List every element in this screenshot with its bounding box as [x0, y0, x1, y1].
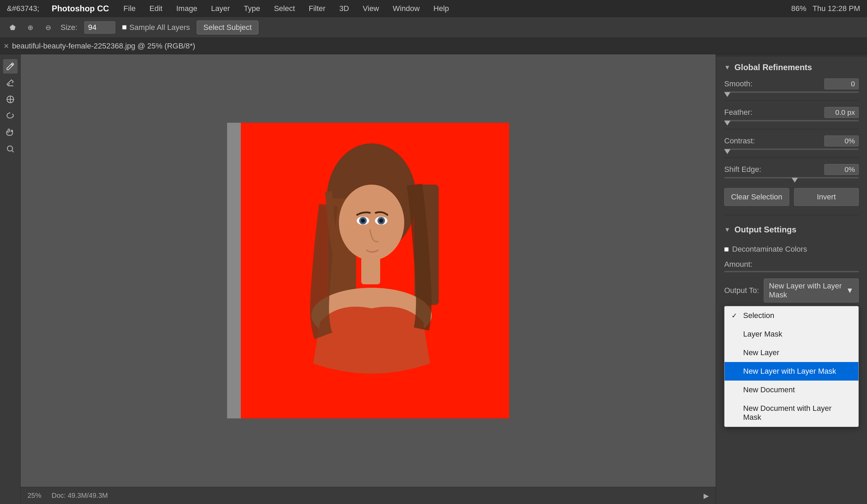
contrast-value[interactable]	[824, 135, 859, 146]
menu-layer[interactable]: Layer	[209, 3, 232, 14]
amount-row: Amount:	[716, 257, 867, 275]
app-name: Photoshop CC	[52, 4, 109, 13]
add-selection-icon[interactable]: ⊕	[25, 22, 36, 33]
clear-invert-row: Clear Selection Invert	[716, 183, 867, 211]
output-to-dropdown[interactable]: New Layer with Layer Mask ▼	[764, 278, 859, 303]
shift-edge-thumb[interactable]	[792, 178, 798, 183]
feather-label: Feather:	[724, 108, 752, 117]
menu-view[interactable]: View	[361, 3, 381, 14]
clear-selection-button[interactable]: Clear Selection	[724, 188, 789, 206]
svg-point-15	[379, 219, 383, 223]
smooth-value[interactable]	[824, 78, 859, 89]
decontaminate-checkbox[interactable]	[724, 247, 729, 252]
dropdown-item-new-doc[interactable]: New Document	[725, 381, 858, 399]
tool-hand[interactable]	[3, 125, 18, 140]
decontaminate-row: Decontaminate Colors	[716, 241, 867, 257]
dropdown-item-new-layer-label: New Layer	[743, 348, 779, 357]
battery-indicator: 86%	[791, 4, 806, 13]
output-to-label: Output To:	[724, 286, 759, 295]
global-refinements-chevron: ▼	[724, 64, 730, 71]
dropdown-item-new-layer-mask-label: New Layer with Layer Mask	[743, 367, 836, 376]
dropdown-item-new-layer-mask[interactable]: New Layer with Layer Mask	[725, 362, 858, 381]
canvas-image	[227, 123, 509, 418]
svg-point-7	[339, 185, 404, 260]
dropdown-item-new-doc-mask[interactable]: New Document with Layer Mask	[725, 399, 858, 427]
contrast-thumb[interactable]	[724, 149, 730, 154]
dropdown-item-selection[interactable]: ✓ Selection	[725, 306, 858, 325]
clock: Thu 12:28 PM	[813, 4, 860, 13]
feather-value[interactable]	[824, 107, 859, 118]
tab-bar: ✕ beautiful-beauty-female-2252368.jpg @ …	[0, 38, 867, 54]
menu-filter[interactable]: Filter	[307, 3, 328, 14]
dropdown-item-layer-mask[interactable]: Layer Mask	[725, 325, 858, 343]
menu-help[interactable]: Help	[431, 3, 451, 14]
svg-point-1	[7, 146, 12, 151]
svg-point-12	[361, 219, 365, 223]
output-settings-chevron: ▼	[724, 226, 730, 233]
dropdown-chevron-icon: ▼	[846, 286, 854, 295]
size-label: Size:	[61, 23, 77, 32]
scroll-arrow[interactable]: ▶	[704, 492, 709, 500]
select-subject-button[interactable]: Select Subject	[197, 21, 258, 34]
options-bar: ⬟ ⊕ ⊖ Size: Sample All Layers Select Sub…	[0, 17, 867, 38]
amount-label: Amount:	[724, 260, 859, 269]
dropdown-item-new-doc-mask-label: New Document with Layer Mask	[743, 404, 852, 422]
global-refinements-label: Global Refinements	[735, 63, 812, 72]
dropdown-item-new-doc-label: New Document	[743, 385, 795, 394]
feather-row: Feather:	[716, 104, 867, 125]
divider-4	[724, 215, 859, 215]
feather-thumb[interactable]	[724, 121, 730, 125]
amount-track[interactable]	[724, 271, 859, 272]
canvas-area[interactable]	[21, 54, 716, 487]
contrast-label: Contrast:	[724, 136, 755, 145]
smooth-row: Smooth:	[716, 76, 867, 97]
menu-bar-right: 86% Thu 12:28 PM	[791, 4, 860, 13]
sample-all-layers-checkbox[interactable]	[122, 25, 127, 30]
global-refinements-header[interactable]: ▼ Global Refinements	[716, 56, 867, 76]
invert-button[interactable]: Invert	[794, 188, 859, 206]
tool-refine[interactable]	[3, 92, 18, 107]
menu-file[interactable]: File	[121, 3, 138, 14]
selection-check-icon: ✓	[731, 311, 739, 320]
dropdown-item-selection-label: Selection	[743, 311, 774, 320]
menu-bar: &#63743; Photoshop CC File Edit Image La…	[0, 0, 867, 17]
decontaminate-label: Decontaminate Colors	[732, 245, 807, 254]
menu-type[interactable]: Type	[242, 3, 262, 14]
status-bar: 25% Doc: 49.3M/49.3M ▶	[21, 487, 716, 504]
tool-brush[interactable]	[3, 59, 18, 74]
size-input[interactable]	[84, 21, 115, 34]
output-settings-header[interactable]: ▼ Output Settings	[716, 219, 867, 238]
sample-all-layers-label[interactable]: Sample All Layers	[122, 23, 190, 32]
output-to-dropdown-menu: ✓ Selection Layer Mask New Layer New Lay…	[724, 306, 859, 427]
menu-select[interactable]: Select	[272, 3, 297, 14]
dropdown-item-new-layer[interactable]: New Layer	[725, 343, 858, 362]
tool-zoom[interactable]	[3, 142, 18, 156]
tool-lasso[interactable]	[3, 109, 18, 123]
menu-image[interactable]: Image	[174, 3, 199, 14]
menu-3d[interactable]: 3D	[337, 3, 351, 14]
left-tool-panel	[0, 54, 21, 504]
subtract-selection-icon[interactable]: ⊖	[43, 22, 54, 33]
output-to-row: Output To: New Layer with Layer Mask ▼ ✓…	[716, 275, 867, 306]
divider-3	[724, 157, 859, 158]
right-panel: Properties ▼ Global Refinements Smooth: …	[716, 34, 867, 504]
smooth-track[interactable]	[724, 91, 859, 93]
shift-edge-track[interactable]	[724, 177, 859, 178]
dropdown-item-layer-mask-label: Layer Mask	[743, 330, 782, 339]
output-section: Decontaminate Colors Amount: Output To: …	[716, 238, 867, 387]
apple-menu[interactable]: &#63743;	[7, 4, 39, 13]
tab-close-button[interactable]: ✕	[3, 42, 9, 50]
tool-options-icon: ⬟	[7, 22, 18, 33]
feather-track[interactable]	[724, 120, 859, 121]
canvas-wrapper	[227, 123, 509, 418]
smooth-label: Smooth:	[724, 79, 752, 88]
output-settings-label: Output Settings	[735, 225, 796, 234]
zoom-level: 25%	[28, 492, 41, 500]
contrast-track[interactable]	[724, 149, 859, 150]
divider-2	[724, 129, 859, 129]
menu-edit[interactable]: Edit	[147, 3, 164, 14]
menu-window[interactable]: Window	[391, 3, 422, 14]
smooth-thumb[interactable]	[724, 92, 730, 97]
shift-edge-value[interactable]	[824, 164, 859, 175]
tool-eraser[interactable]	[3, 76, 18, 90]
